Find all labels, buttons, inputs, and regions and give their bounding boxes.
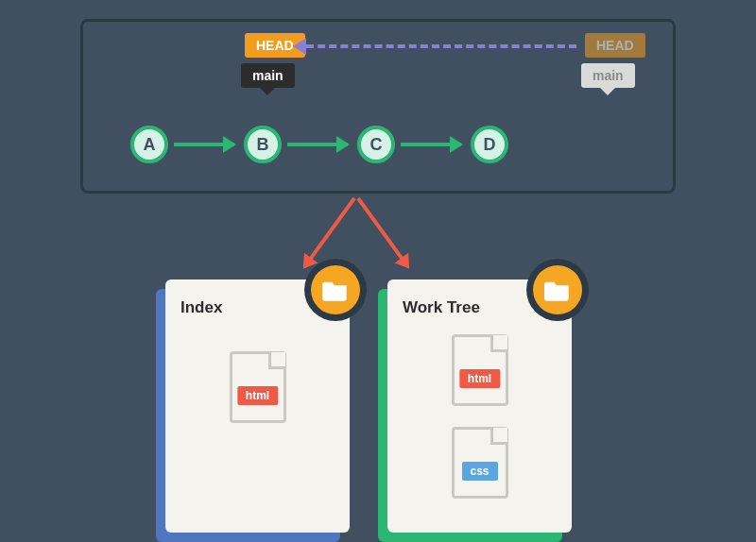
commit-node-d: D	[471, 126, 508, 163]
file-label-css: css	[461, 462, 497, 481]
branch-label-ghost: main	[581, 63, 635, 88]
commit-node-c: C	[357, 126, 395, 163]
branch-label-text: main	[252, 68, 284, 83]
branch-label-ghost-text: main	[593, 68, 624, 83]
head-label-ghost-text: HEAD	[596, 38, 634, 53]
file-html: html	[452, 334, 508, 406]
arrow-b-to-c	[287, 143, 348, 146]
arrow-c-to-d	[401, 143, 461, 146]
file-label-html: html	[459, 369, 500, 388]
arrow-b-to-index	[302, 197, 355, 268]
file-label-html: html	[237, 386, 278, 405]
index-card: Index html	[165, 279, 350, 533]
file-html: html	[230, 351, 286, 423]
arrow-a-to-b	[174, 143, 234, 146]
arrow-b-to-worktree	[356, 197, 409, 268]
worktree-card: Work Tree html css	[387, 279, 572, 533]
commit-node-a: A	[130, 126, 168, 163]
folder-icon	[526, 259, 589, 321]
head-label-ghost: HEAD	[585, 33, 645, 58]
arrow-head-moved	[306, 44, 576, 48]
folder-icon	[304, 259, 367, 321]
commit-history-box: HEAD main HEAD main A B C D	[80, 19, 676, 194]
commit-node-b: B	[244, 126, 282, 163]
branch-label-active: main	[241, 63, 295, 88]
head-label-text: HEAD	[256, 38, 294, 53]
file-css: css	[452, 427, 508, 499]
